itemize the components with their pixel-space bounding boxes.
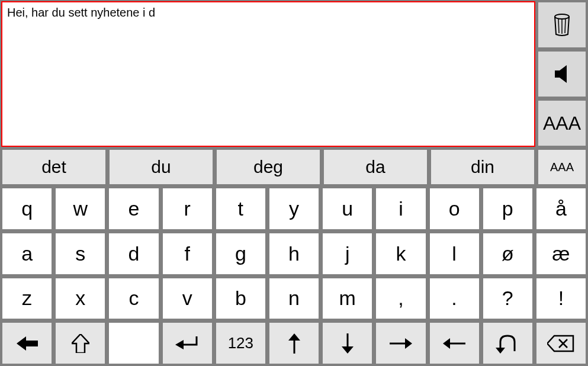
key-backspace[interactable] bbox=[535, 322, 587, 365]
svg-marker-7 bbox=[175, 340, 184, 349]
suggestion-3[interactable]: deg bbox=[216, 149, 321, 185]
svg-point-0 bbox=[555, 14, 569, 19]
key-k[interactable]: k bbox=[375, 232, 426, 275]
key-l[interactable]: l bbox=[429, 232, 480, 275]
arrow-right-icon bbox=[376, 323, 425, 364]
key-left[interactable] bbox=[429, 322, 480, 365]
key-right[interactable] bbox=[375, 322, 426, 365]
key-z[interactable]: z bbox=[1, 277, 53, 320]
key-m[interactable]: m bbox=[322, 277, 373, 320]
suggestion-1[interactable]: det bbox=[1, 149, 107, 185]
key-n[interactable]: n bbox=[268, 277, 320, 320]
text-size-small-button[interactable]: AAA bbox=[537, 149, 587, 185]
key-y[interactable]: y bbox=[268, 187, 320, 230]
key-q[interactable]: q bbox=[1, 187, 53, 230]
key-w[interactable]: w bbox=[54, 187, 106, 230]
svg-line-1 bbox=[558, 19, 559, 33]
speaker-icon bbox=[538, 52, 586, 97]
key-o[interactable]: o bbox=[429, 187, 480, 230]
key-t[interactable]: t bbox=[215, 187, 266, 230]
svg-marker-6 bbox=[72, 334, 89, 353]
key-left-black[interactable] bbox=[1, 322, 53, 365]
trash-button[interactable] bbox=[537, 1, 587, 49]
key-comma[interactable]: , bbox=[375, 277, 426, 320]
arrow-left-icon bbox=[430, 323, 479, 364]
key-question[interactable]: ? bbox=[482, 277, 534, 320]
speak-button[interactable] bbox=[537, 50, 587, 98]
text-size-large-button[interactable]: AAA bbox=[537, 99, 587, 147]
key-ae[interactable]: æ bbox=[535, 232, 587, 275]
key-period[interactable]: . bbox=[429, 277, 480, 320]
svg-line-3 bbox=[565, 19, 565, 33]
key-oslash[interactable]: ø bbox=[482, 232, 534, 275]
svg-marker-5 bbox=[17, 336, 38, 351]
svg-marker-16 bbox=[496, 348, 505, 354]
key-j[interactable]: j bbox=[322, 232, 373, 275]
text-input[interactable]: Hei, har du sett nyhetene i d bbox=[1, 1, 535, 147]
key-v[interactable]: v bbox=[162, 277, 213, 320]
svg-marker-9 bbox=[288, 333, 300, 341]
key-space[interactable] bbox=[108, 322, 159, 365]
trash-icon bbox=[538, 2, 586, 47]
key-g[interactable]: g bbox=[215, 232, 266, 275]
enter-icon bbox=[163, 323, 212, 364]
key-shift[interactable] bbox=[54, 322, 106, 365]
svg-marker-13 bbox=[405, 338, 412, 349]
key-r[interactable]: r bbox=[162, 187, 213, 230]
svg-marker-11 bbox=[342, 346, 354, 354]
shift-icon bbox=[56, 323, 105, 364]
key-d[interactable]: d bbox=[108, 232, 159, 275]
arrow-down-icon bbox=[323, 323, 372, 364]
key-b[interactable]: b bbox=[215, 277, 266, 320]
key-exclaim[interactable]: ! bbox=[535, 277, 587, 320]
key-s[interactable]: s bbox=[54, 232, 106, 275]
key-enter[interactable] bbox=[162, 322, 213, 365]
key-numeric[interactable]: 123 bbox=[215, 322, 266, 365]
suggestion-2[interactable]: du bbox=[108, 149, 214, 185]
key-aring[interactable]: å bbox=[535, 187, 587, 230]
key-u[interactable]: u bbox=[322, 187, 373, 230]
svg-marker-15 bbox=[443, 338, 450, 349]
key-e[interactable]: e bbox=[108, 187, 159, 230]
key-undo[interactable] bbox=[482, 322, 534, 365]
key-p[interactable]: p bbox=[482, 187, 534, 230]
key-c[interactable]: c bbox=[108, 277, 159, 320]
key-i[interactable]: i bbox=[375, 187, 426, 230]
svg-marker-4 bbox=[555, 65, 567, 83]
arrow-up-icon bbox=[269, 323, 319, 364]
backspace-icon bbox=[536, 323, 586, 364]
key-f[interactable]: f bbox=[162, 232, 213, 275]
key-h[interactable]: h bbox=[268, 232, 320, 275]
undo-icon bbox=[483, 323, 532, 364]
key-a[interactable]: a bbox=[1, 232, 53, 275]
key-up[interactable] bbox=[268, 322, 320, 365]
arrow-left-filled-icon bbox=[2, 323, 52, 364]
suggestion-5[interactable]: din bbox=[430, 149, 535, 185]
suggestion-4[interactable]: da bbox=[323, 149, 428, 185]
key-x[interactable]: x bbox=[54, 277, 106, 320]
keyboard: q w e r t y u i o p å a s d f g h j k l … bbox=[1, 187, 587, 365]
key-down[interactable] bbox=[322, 322, 373, 365]
